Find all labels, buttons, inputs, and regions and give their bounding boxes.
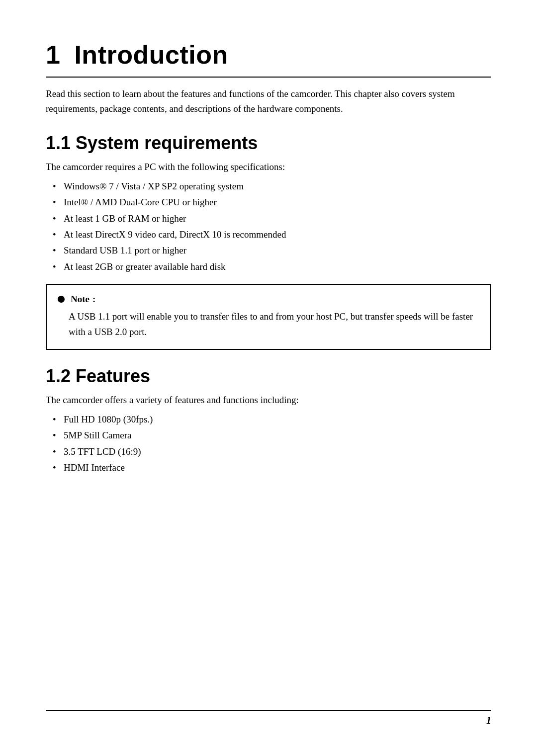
chapter-number: 1 (46, 40, 60, 69)
page: 1Introduction Read this section to learn… (0, 0, 537, 756)
chapter-title-text: Introduction (74, 40, 228, 69)
list-item: HDMI Interface (46, 460, 491, 476)
note-text: A USB 1.1 port will enable you to transf… (58, 309, 479, 340)
list-item: Full HD 1080p (30fps.) (46, 412, 491, 427)
section-1-1-lead: The camcorder requires a PC with the fol… (46, 160, 491, 174)
page-number: 1 (486, 715, 491, 726)
note-bullet-icon (58, 296, 65, 303)
list-item: 3.5 TFT LCD (16:9) (46, 444, 491, 460)
list-item: Windows® 7 / Vista / XP SP2 operating sy… (46, 178, 491, 194)
chapter-title: 1Introduction (46, 40, 491, 78)
note-box: Note: A USB 1.1 port will enable you to … (46, 284, 491, 350)
list-item: 5MP Still Camera (46, 427, 491, 443)
list-item: Standard USB 1.1 port or higher (46, 243, 491, 258)
section-1-2-lead: The camcorder offers a variety of featur… (46, 393, 491, 408)
features-list: Full HD 1080p (30fps.) 5MP Still Camera … (46, 412, 491, 476)
system-requirements-list: Windows® 7 / Vista / XP SP2 operating sy… (46, 178, 491, 275)
list-item: At least DirectX 9 video card, DirectX 1… (46, 227, 491, 243)
note-title: Note: (58, 294, 479, 305)
list-item: Intel® / AMD Dual-Core CPU or higher (46, 194, 491, 210)
section-1-2-title: 1.2 Features (46, 366, 491, 387)
list-item: At least 1 GB of RAM or higher (46, 211, 491, 227)
list-item: At least 2GB or greater available hard d… (46, 259, 491, 275)
section-1-1-title: 1.1 System requirements (46, 133, 491, 154)
footer: 1 (46, 710, 491, 726)
intro-paragraph: Read this section to learn about the fea… (46, 86, 491, 117)
